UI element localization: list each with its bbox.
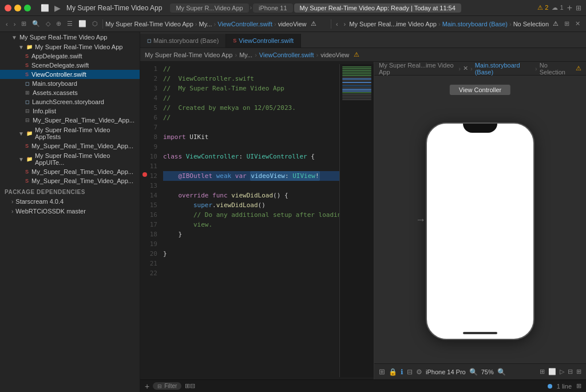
sidebar-toggle-icon[interactable]: ⬜	[39, 4, 51, 12]
inspect-icon[interactable]: ⊟	[568, 368, 573, 375]
mini-map	[339, 64, 374, 377]
copy-icon[interactable]: ⊟	[407, 368, 413, 376]
tab-label-storyboard: Main.storyboard (Base)	[153, 37, 219, 44]
toolbar: ‹ › ⊞ 🔍 ◇ ⊕ ☰ ⬜ ⬡ My Super Real-Time Vid…	[0, 16, 586, 32]
lock-icon[interactable]: 🔒	[389, 368, 397, 376]
fullscreen-icon[interactable]: ⊞	[576, 368, 581, 375]
code-line-10: class ViewController: UIViewController {	[163, 152, 339, 161]
toolbar-icon-5[interactable]: ☰	[65, 19, 75, 29]
filter-box[interactable]: ⊟ Filter	[153, 382, 181, 390]
sidebar-item-uitest1[interactable]: S My_Super_Real_Time_Video_App...	[0, 167, 140, 176]
sidebar-controls[interactable]: ⊞⊟	[185, 382, 195, 390]
add-tab-button[interactable]: +	[567, 3, 572, 13]
split-view-button[interactable]: ⊞	[576, 4, 581, 12]
back-button[interactable]: ‹	[3, 19, 10, 29]
zoom-in-icon[interactable]: 🔍	[497, 368, 506, 376]
sidebar-label-mainstoryboard: Main.storyboard	[32, 80, 77, 87]
maximize-button[interactable]	[24, 5, 31, 11]
sidebar-item-misc1[interactable]: ⊟ My_Super_Real_Time_Video_App...	[0, 116, 140, 125]
code-line-16: // Do any additional setup after loading…	[163, 210, 339, 220]
preview-breadcrumb-file: Main.storyboard (Base)	[475, 62, 533, 76]
device-name-label: iPhone 14 Pro	[426, 369, 466, 375]
toolbar-icon-7[interactable]: ⬡	[90, 19, 100, 29]
info-icon[interactable]: ℹ	[401, 368, 403, 376]
mini-line-19	[342, 97, 371, 98]
sidebar-label-uitest1: My_Super_Real_Time_Video_App...	[31, 168, 133, 175]
sidebar-item-infoplist[interactable]: ⊟ Info.plist	[0, 106, 140, 116]
right-close-button[interactable]: ✕	[573, 19, 583, 29]
tab-mainstoryboard[interactable]: ◻ Main.storyboard (Base)	[140, 34, 226, 47]
toolbar-icon-2[interactable]: 🔍	[30, 19, 42, 29]
zoom-out-icon[interactable]: 🔍	[469, 368, 478, 376]
sidebar-item-mainstoryboard[interactable]: ◻ Main.storyboard	[0, 79, 140, 88]
chevron-down-icon: ▼	[11, 34, 17, 41]
storyboard-file-icon-1: ◻	[25, 81, 29, 86]
toolbar-icon-3[interactable]: ◇	[43, 19, 53, 29]
sidebar-group-tests[interactable]: ▼ 📁 My Super Real-Time Video AppTests	[0, 125, 140, 141]
breadcrumb-app: My Super Real-Time Video App	[105, 21, 193, 27]
preview-icon[interactable]: ▷	[560, 368, 564, 375]
title-tab-status[interactable]: My Super Real-Time Video App: Ready | To…	[294, 3, 461, 13]
code-line-19	[163, 239, 339, 249]
title-tab-device[interactable]: iPhone 11	[253, 3, 293, 13]
toolbar-divider	[102, 19, 103, 29]
sidebar-starscream[interactable]: › Starscream 4.0.4	[0, 196, 140, 206]
sidebar: ▼ My Super Real-Time Video App ▼ 📁 My Su…	[0, 32, 140, 392]
title-tab-app[interactable]: My Super R...Video App	[170, 3, 248, 13]
mini-line-15	[342, 90, 371, 92]
right-split-button[interactable]: ⊞	[562, 19, 572, 29]
preview-breadcrumb-app: My Super Real...ime Video App	[379, 62, 456, 76]
breadcrumb-group: My...	[199, 21, 212, 27]
file-warning-icon: ⚠	[311, 20, 316, 27]
right-breadcrumb-app: My Super Real...ime Video App	[349, 21, 437, 27]
sidebar-group-main[interactable]: ▼ 📁 My Super Real-Time Video App	[0, 42, 140, 52]
status-indicator	[548, 384, 552, 389]
settings-icon[interactable]: ⚙	[416, 368, 422, 376]
sidebar-project-root[interactable]: ▼ My Super Real-Time Video App	[0, 32, 140, 42]
breadcrumb-symbol-name: videoView	[320, 52, 349, 58]
breadcrumb-app-name: My Super Real-Time Video App	[145, 52, 232, 58]
sidebar-webrtc[interactable]: › WebRTCiOSSDK master	[0, 206, 140, 216]
swift-file-icon-2: S	[25, 62, 29, 68]
close-button[interactable]	[5, 5, 11, 11]
toolbar-icon-6[interactable]: ⬜	[76, 19, 89, 29]
plist-file-icon: ⊟	[25, 108, 30, 114]
editor-split: 12345 678910 1112131415 1617181920 2122 …	[140, 62, 586, 379]
sidebar-item-appdelegate[interactable]: S AppDelegate.swift	[0, 52, 140, 61]
tab-viewcontroller[interactable]: S ViewController.swift	[226, 34, 301, 47]
line-count-label: 1 line	[557, 383, 572, 390]
right-forward-button[interactable]: ›	[342, 19, 349, 29]
toolbar-icon-1[interactable]: ⊞	[19, 19, 29, 29]
right-breadcrumb-file: Main.storyboard (Base)	[442, 21, 508, 27]
grid-icon[interactable]: ⊞	[379, 367, 385, 376]
sidebar-item-test1[interactable]: S My_Super_Real_Time_Video_App...	[0, 141, 140, 151]
sidebar-group-label-3: My Super Real-Time Video AppUITe...	[35, 152, 135, 166]
sidebar-item-assets[interactable]: ⊞ Assets.xcassets	[0, 88, 140, 97]
right-back-button[interactable]: ‹	[334, 19, 340, 29]
mini-line-6	[342, 75, 371, 76]
editor-tabs: ◻ Main.storyboard (Base) S ViewControlle…	[140, 32, 586, 48]
preview-warning-icon: ⚠	[576, 65, 581, 72]
preview-canvas[interactable]: View Controller →	[374, 76, 586, 363]
add-file-button[interactable]: +	[145, 382, 149, 391]
mini-line-17	[342, 94, 371, 95]
toolbar-icon-4[interactable]: ⊕	[54, 19, 64, 29]
editor-split-icon[interactable]: ⊞	[576, 382, 581, 390]
code-lines[interactable]: // // ViewController.swift // My Super R…	[161, 64, 339, 377]
title-bar: ⬜ ▶ My Super Real-Time Video App My Supe…	[0, 0, 586, 16]
sidebar-item-launchscreen[interactable]: ◻ LaunchScreen.storyboard	[0, 97, 140, 106]
minimize-button[interactable]	[14, 5, 21, 11]
sidebar-item-viewcontroller[interactable]: S ViewController.swift	[0, 70, 140, 79]
misc-file-icon-1: ⊟	[25, 117, 30, 123]
chevron-down-icon-2: ▼	[18, 44, 24, 50]
sep-2: ›	[255, 52, 257, 58]
sidebar-group-uitests[interactable]: ▼ 📁 My Super Real-Time Video AppUITe...	[0, 151, 140, 167]
forward-button[interactable]: ›	[11, 19, 18, 29]
sidebar-item-uitest2[interactable]: S My_Super_Real_Time_Video_App...	[0, 176, 140, 185]
devices-icon[interactable]: ⬜	[548, 368, 556, 375]
sidebar-label-infoplist: Info.plist	[33, 108, 56, 114]
sidebar-item-scenedelegate[interactable]: S SceneDelegate.swift	[0, 61, 140, 70]
constraints-icon[interactable]: ⊞	[540, 368, 545, 375]
play-button[interactable]: ▶	[54, 3, 61, 13]
mini-line-4	[342, 72, 371, 73]
